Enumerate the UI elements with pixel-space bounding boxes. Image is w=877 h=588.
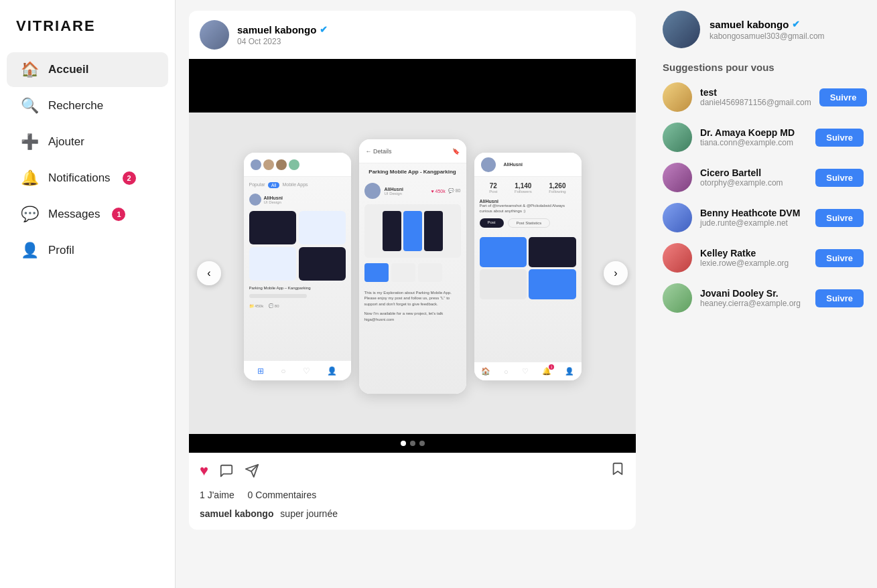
comments-count: 0 Commentaires [248, 490, 317, 500]
suggestion-email-2: otorphy@example.com [700, 178, 807, 188]
like-button[interactable]: ♥ [200, 462, 208, 480]
post-date: 04 Oct 2023 [237, 37, 625, 46]
sidebar-item-recherche[interactable]: 🔍 Recherche [7, 88, 168, 123]
right-panel-username: samuel kabongo ✔ [710, 19, 825, 30]
suggestion-email-5: heaney.cierra@example.org [700, 299, 807, 308]
screen-header-2: ← Details 🔖 [359, 139, 466, 163]
post-image-area: ‹ [189, 113, 636, 434]
post-author-avatar [200, 20, 229, 50]
follow-button-1[interactable]: Suivre [815, 129, 864, 147]
post-image-top-bar [189, 59, 636, 113]
bookmark-button[interactable] [610, 461, 625, 480]
logo: VITRIARE [0, 7, 175, 51]
comment-button[interactable] [219, 463, 234, 478]
screens-container: Popular All Mobile Apps AliHusni UI Desi… [230, 139, 595, 407]
suggestion-info-2: Cicero Bartell otorphy@example.com [700, 167, 807, 188]
sidebar: VITRIARE 🏠 Accueil 🔍 Recherche ➕ Ajouter… [0, 0, 176, 588]
badge-notifications: 2 [123, 171, 136, 185]
follow-button-3[interactable]: Suivre [815, 209, 864, 227]
suggestion-name-3: Benny Heathcote DVM [700, 208, 807, 218]
post-username-text: samuel kabongo [237, 24, 316, 35]
sidebar-label-accueil: Accueil [48, 63, 88, 76]
sidebar-item-messages[interactable]: 💬 Messages 1 [7, 197, 168, 232]
follow-button-2[interactable]: Suivre [815, 169, 864, 187]
right-panel-email: kabongosamuel303@gmail.com [710, 31, 825, 41]
suggestion-item-1: Dr. Amaya Koepp MD tiana.conn@example.co… [663, 123, 864, 152]
sidebar-label-recherche: Recherche [48, 99, 103, 113]
carousel-next-button[interactable]: › [604, 261, 628, 285]
carousel-dot-3[interactable] [419, 441, 425, 446]
suggestion-name-4: Kelley Ratke [700, 248, 807, 259]
phone-screen-2: ← Details 🔖 Parking Mobile App - Kangpar… [359, 139, 466, 394]
suggestion-name-1: Dr. Amaya Koepp MD [700, 127, 807, 138]
suggestion-avatar-1 [663, 123, 692, 152]
post-stats: 1 J'aime 0 Commentaires [189, 488, 636, 506]
phone-screen-1: Popular All Mobile Apps AliHusni UI Desi… [244, 153, 351, 380]
screen-inner-2: ← Details 🔖 Parking Mobile App - Kangpar… [359, 139, 466, 394]
suggestions-title: Suggestions pour vous [663, 62, 864, 73]
carousel-dot-1[interactable] [401, 441, 406, 446]
suggestion-avatar-5 [663, 283, 692, 313]
follow-button-0[interactable]: Suivre [819, 88, 868, 106]
profile-summary: samuel kabongo ✔ kabongosamuel303@gmail.… [663, 11, 864, 48]
sidebar-label-notifications: Notifications [48, 171, 111, 185]
suggestion-avatar-0 [663, 82, 692, 112]
post-header: samuel kabongo ✔ 04 Oct 2023 [189, 11, 636, 59]
post-caption: samuel kabongo super journée [189, 506, 636, 530]
screen-inner-3: AliHusni 72 Post 1,140 Followers [474, 153, 582, 380]
caption-text: super journée [280, 508, 338, 519]
post-card: samuel kabongo ✔ 04 Oct 2023 ‹ [189, 11, 636, 530]
suggestion-avatar-2 [663, 163, 692, 192]
profil-icon: 👤 [20, 241, 39, 260]
recherche-icon: 🔍 [20, 96, 39, 115]
sidebar-item-ajouter[interactable]: ➕ Ajouter [7, 125, 168, 159]
screen-inner-1: Popular All Mobile Apps AliHusni UI Desi… [244, 153, 351, 380]
right-panel-avatar [663, 11, 700, 48]
suggestion-info-3: Benny Heathcote DVM jude.runte@example.n… [700, 208, 807, 228]
sidebar-label-profil: Profil [48, 244, 74, 257]
right-panel-username-text: samuel kabongo [710, 19, 789, 30]
right-panel-verified-icon: ✔ [792, 19, 800, 29]
likes-count: 1 J'aime [200, 490, 234, 500]
accueil-icon: 🏠 [20, 60, 39, 79]
notifications-icon: 🔔 [20, 169, 39, 188]
suggestion-email-3: jude.runte@example.net [700, 218, 807, 228]
phone-screen-3: AliHusni 72 Post 1,140 Followers [474, 153, 582, 380]
ajouter-icon: ➕ [20, 133, 39, 151]
sidebar-item-notifications[interactable]: 🔔 Notifications 2 [7, 161, 168, 196]
carousel-dots [189, 434, 636, 453]
suggestion-name-5: Jovani Dooley Sr. [700, 288, 807, 299]
suggestion-info-0: test daniel4569871156@gmail.com [700, 87, 811, 107]
suggestion-info-1: Dr. Amaya Koepp MD tiana.conn@example.co… [700, 127, 807, 147]
post-username: samuel kabongo ✔ [237, 24, 625, 35]
suggestion-item-2: Cicero Bartell otorphy@example.com Suivr… [663, 163, 864, 192]
messages-icon: 💬 [20, 205, 39, 224]
carousel-prev-button[interactable]: ‹ [197, 261, 221, 285]
suggestion-item-5: Jovani Dooley Sr. heaney.cierra@example.… [663, 283, 864, 313]
suggestion-info-4: Kelley Ratke lexie.rowe@example.org [700, 248, 807, 268]
right-panel-user-info: samuel kabongo ✔ kabongosamuel303@gmail.… [710, 19, 825, 41]
sidebar-label-ajouter: Ajouter [48, 135, 84, 149]
verified-icon: ✔ [320, 24, 328, 35]
follow-button-5[interactable]: Suivre [815, 289, 864, 307]
suggestion-item-0: test daniel4569871156@gmail.com Suivre [663, 82, 864, 112]
share-button[interactable] [245, 463, 259, 478]
suggestion-name-0: test [700, 87, 811, 98]
caption-username[interactable]: samuel kabongo [200, 508, 273, 519]
suggestion-info-5: Jovani Dooley Sr. heaney.cierra@example.… [700, 288, 807, 308]
post-user-info: samuel kabongo ✔ 04 Oct 2023 [237, 24, 625, 46]
suggestion-email-4: lexie.rowe@example.org [700, 259, 807, 268]
follow-button-4[interactable]: Suivre [815, 249, 864, 267]
suggestion-item-3: Benny Heathcote DVM jude.runte@example.n… [663, 203, 864, 232]
badge-messages: 1 [112, 208, 125, 221]
sidebar-item-accueil[interactable]: 🏠 Accueil [7, 52, 168, 87]
sidebar-item-profil[interactable]: 👤 Profil [7, 233, 168, 268]
right-panel: samuel kabongo ✔ kabongosamuel303@gmail.… [649, 0, 877, 588]
post-actions: ♥ [189, 453, 636, 488]
suggestion-item-4: Kelley Ratke lexie.rowe@example.org Suiv… [663, 243, 864, 273]
main-feed: samuel kabongo ✔ 04 Oct 2023 ‹ [176, 0, 649, 588]
suggestion-name-2: Cicero Bartell [700, 167, 807, 178]
suggestions-list: test daniel4569871156@gmail.com Suivre D… [663, 82, 864, 313]
carousel-dot-2[interactable] [410, 441, 415, 446]
suggestion-email-1: tiana.conn@example.com [700, 138, 807, 147]
